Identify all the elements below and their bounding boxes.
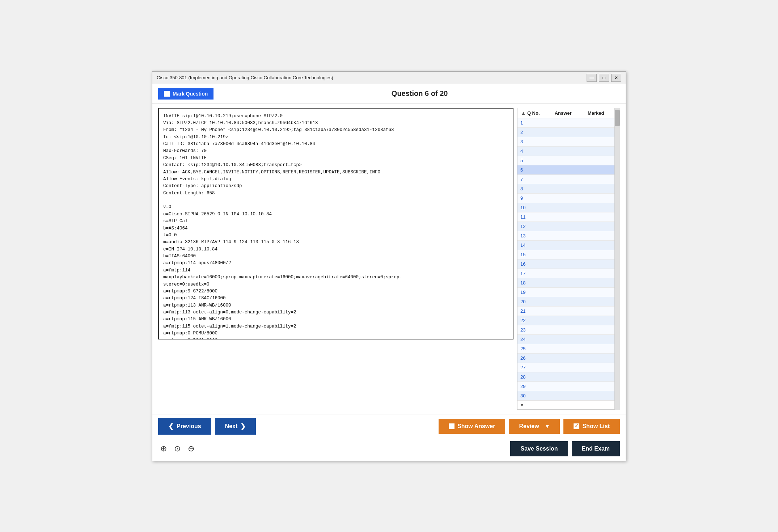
previous-label: Previous [177, 423, 201, 430]
show-list-label: Show List [582, 423, 610, 430]
question-row[interactable]: 19 [517, 288, 614, 297]
question-number: 11 [520, 214, 542, 220]
question-row[interactable]: 2 [517, 128, 614, 137]
question-number: 1 [520, 120, 542, 126]
col-qno-label: Q No. [527, 110, 547, 116]
col-answer-label: Answer [547, 110, 580, 116]
review-dropdown-icon: ▼ [545, 423, 550, 429]
question-row[interactable]: 12 [517, 222, 614, 231]
question-number: 20 [520, 299, 542, 304]
question-number: 25 [520, 346, 542, 351]
side-panel-wrap: ▲ Q No. Answer Marked 1 2 3 4 [517, 108, 620, 410]
question-row[interactable]: 18 [517, 278, 614, 288]
scroll-down-arrow[interactable]: ▼ [520, 402, 524, 408]
zoom-controls: ⊕ ⊙ ⊖ [158, 443, 196, 454]
question-number: 5 [520, 158, 542, 163]
mark-question-button[interactable]: Mark Question [158, 88, 213, 100]
title-bar: Cisco 350-801 (Implementing and Operatin… [152, 72, 626, 84]
header-bar: Mark Question Question 6 of 20 [152, 84, 626, 104]
question-number: 23 [520, 327, 542, 333]
question-number: 12 [520, 224, 542, 229]
question-number: 22 [520, 318, 542, 323]
question-row[interactable]: 6 [517, 165, 614, 175]
review-button[interactable]: Review ▼ [509, 419, 560, 434]
question-row[interactable]: 7 [517, 175, 614, 184]
question-row[interactable]: 14 [517, 241, 614, 250]
zoom-out-button[interactable]: ⊖ [186, 443, 196, 454]
zoom-in-button[interactable]: ⊕ [158, 443, 169, 454]
show-answer-label: Show Answer [457, 423, 495, 430]
question-number: 3 [520, 139, 542, 144]
question-number: 19 [520, 290, 542, 295]
question-row[interactable]: 27 [517, 363, 614, 372]
question-number: 28 [520, 374, 542, 380]
question-row[interactable]: 8 [517, 184, 614, 194]
question-title: Question 6 of 20 [219, 89, 620, 98]
question-row[interactable]: 1 [517, 118, 614, 128]
question-row[interactable]: 13 [517, 231, 614, 241]
end-exam-button[interactable]: End Exam [572, 441, 620, 456]
question-row[interactable]: 5 [517, 156, 614, 165]
question-number: 2 [520, 130, 542, 135]
side-panel-header: ▲ Q No. Answer Marked [517, 108, 614, 118]
save-session-button[interactable]: Save Session [510, 441, 568, 456]
question-number: 8 [520, 186, 542, 191]
question-row[interactable]: 17 [517, 269, 614, 278]
next-label: Next [225, 423, 238, 430]
question-row[interactable]: 9 [517, 194, 614, 203]
question-row[interactable]: 10 [517, 203, 614, 212]
main-window: Cisco 350-801 (Implementing and Operatin… [152, 71, 626, 461]
mark-question-checkbox-icon [164, 91, 170, 97]
chevron-left-icon: ❮ [168, 422, 174, 430]
question-row[interactable]: 20 [517, 297, 614, 307]
question-row[interactable]: 3 [517, 137, 614, 147]
previous-button[interactable]: ❮ Previous [158, 418, 211, 435]
scroll-up-arrow[interactable]: ▲ [520, 110, 527, 116]
footer-bottom: ⊕ ⊙ ⊖ Save Session End Exam [152, 438, 626, 461]
question-number: 13 [520, 233, 542, 238]
question-number: 18 [520, 280, 542, 286]
question-number: 26 [520, 355, 542, 361]
side-panel: ▲ Q No. Answer Marked 1 2 3 4 [517, 108, 615, 410]
question-number: 21 [520, 308, 542, 314]
question-number: 15 [520, 252, 542, 257]
question-number: 9 [520, 195, 542, 201]
question-list: 1 2 3 4 5 6 7 8 [517, 118, 614, 401]
question-row[interactable]: 30 [517, 391, 614, 401]
question-row[interactable]: 4 [517, 147, 614, 156]
zoom-reset-button[interactable]: ⊙ [172, 443, 183, 454]
close-button[interactable]: ✕ [611, 74, 621, 82]
show-list-button[interactable]: Show List [563, 419, 620, 434]
question-number: 6 [520, 167, 542, 173]
question-row[interactable]: 25 [517, 344, 614, 354]
question-number: 27 [520, 365, 542, 370]
question-row[interactable]: 26 [517, 354, 614, 363]
question-row[interactable]: 11 [517, 212, 614, 222]
window-title: Cisco 350-801 (Implementing and Operatin… [157, 75, 333, 80]
review-label: Review [519, 423, 539, 430]
question-row[interactable]: 21 [517, 307, 614, 316]
maximize-button[interactable]: □ [599, 74, 609, 82]
question-row[interactable]: 22 [517, 316, 614, 325]
side-col-labels: Q No. Answer Marked [527, 110, 612, 116]
side-panel-scrollbar[interactable] [615, 108, 620, 410]
code-panel[interactable]: INVITE sip:1@10.10.10.219;user=phone SIP… [158, 108, 513, 339]
question-row[interactable]: 16 [517, 259, 614, 269]
question-number: 7 [520, 177, 542, 182]
question-number: 14 [520, 242, 542, 248]
col-marked-label: Marked [579, 110, 612, 116]
scrollbar-thumb[interactable] [615, 110, 620, 126]
minimize-button[interactable]: — [587, 74, 597, 82]
show-answer-button[interactable]: Show Answer [439, 419, 505, 434]
question-row[interactable]: 15 [517, 250, 614, 259]
question-row[interactable]: 29 [517, 382, 614, 391]
main-content: INVITE sip:1@10.10.10.219;user=phone SIP… [152, 104, 626, 414]
question-row[interactable]: 28 [517, 372, 614, 382]
chevron-right-icon: ❯ [240, 422, 246, 430]
question-number: 29 [520, 384, 542, 389]
next-button[interactable]: Next ❯ [215, 418, 256, 435]
mark-question-label: Mark Question [173, 91, 208, 97]
question-row[interactable]: 23 [517, 325, 614, 335]
question-row[interactable]: 24 [517, 335, 614, 344]
footer-buttons-row1: ❮ Previous Next ❯ Show Answer Review ▼ S… [152, 414, 626, 438]
